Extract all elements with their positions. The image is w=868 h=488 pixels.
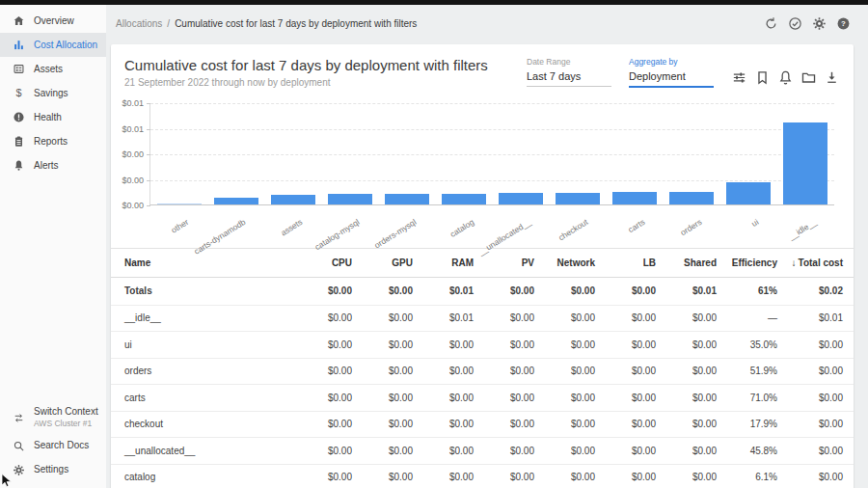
cell-pv: $0.00 [474, 366, 534, 376]
cell-efficiency: 71.0% [717, 393, 777, 403]
bar-unallocated[interactable] [499, 193, 543, 204]
bar-orders[interactable] [669, 192, 714, 204]
sidebar-item-health[interactable]: Health [0, 105, 106, 129]
cell-network: $0.00 [534, 285, 595, 296]
breadcrumb-allocations-link[interactable]: Allocations [116, 18, 162, 29]
cell-efficiency: 17.9% [717, 419, 777, 429]
table-row-catalog[interactable]: catalog$0.00$0.00$0.00$0.00$0.00$0.00$0.… [111, 464, 854, 488]
cell-cpu: $0.00 [291, 472, 352, 482]
sidebar-item-label: Savings [34, 88, 68, 98]
bar-carts[interactable] [612, 192, 657, 204]
column-header-total[interactable]: ↓Total cost [777, 258, 843, 268]
bar-carts-dynamodb[interactable] [214, 198, 258, 204]
sidebar-item-alerts[interactable]: Alerts [0, 153, 106, 177]
date-range-value[interactable]: Last 7 days [527, 70, 611, 87]
help-icon[interactable]: ? [836, 16, 851, 31]
tune-icon[interactable] [731, 69, 747, 86]
refresh-icon[interactable] [764, 16, 778, 31]
column-header-name[interactable]: Name [124, 258, 291, 268]
table-row-idle[interactable]: __idle__$0.00$0.00$0.01$0.00$0.00$0.00$0… [111, 305, 854, 332]
table-row-orders[interactable]: orders$0.00$0.00$0.00$0.00$0.00$0.00$0.0… [111, 358, 854, 385]
cell-ram: $0.00 [413, 446, 474, 456]
bar-catalog-mysql[interactable] [328, 194, 372, 204]
health-icon [13, 111, 25, 123]
cell-gpu: $0.00 [352, 339, 413, 350]
bar-checkout[interactable] [556, 193, 600, 204]
topbar-icons: ? [764, 16, 851, 31]
sidebar-item-savings[interactable]: $Savings [0, 81, 106, 105]
x-tick-label: catalog [448, 217, 475, 239]
bar-catalog[interactable] [442, 194, 486, 204]
x-tick-label: catalog-mysql [313, 217, 362, 252]
cell-ram: $0.00 [413, 419, 474, 429]
cell-name: orders [124, 366, 291, 376]
column-header-ram[interactable]: RAM [413, 258, 474, 268]
svg-text:?: ? [841, 19, 846, 28]
cell-shared: $0.00 [656, 446, 717, 456]
column-header-shared[interactable]: Shared [656, 258, 717, 268]
bar-idle[interactable] [783, 122, 827, 204]
download-icon[interactable] [824, 69, 840, 86]
sidebar-item-search-docs[interactable]: Search Docs [0, 434, 106, 458]
bell-outline-icon[interactable] [777, 69, 794, 86]
cell-total: $0.00 [777, 419, 843, 429]
cell-efficiency: 61% [717, 285, 777, 296]
table-row-ui[interactable]: ui$0.00$0.00$0.00$0.00$0.00$0.00$0.0035.… [111, 331, 854, 358]
bar-orders-mysql[interactable] [385, 194, 429, 204]
chart-x-axis-labels: othercarts-dynamodbassetscatalog-mysqlor… [149, 211, 834, 236]
table-row-unallocated[interactable]: __unallocated__$0.00$0.00$0.00$0.00$0.00… [111, 437, 854, 464]
gear-icon[interactable] [812, 16, 827, 31]
sidebar-item-reports[interactable]: Reports [0, 129, 106, 153]
y-tick-mark [147, 180, 150, 181]
cell-network: $0.00 [534, 419, 595, 429]
y-tick-mark [147, 103, 150, 104]
cell-efficiency: 6.1% [717, 472, 777, 482]
check-circle-icon[interactable] [788, 16, 802, 31]
gridline [150, 180, 834, 181]
sidebar-item-switch-context[interactable]: Switch ContextAWS Cluster #1 [0, 401, 106, 434]
folder-icon[interactable] [800, 69, 817, 86]
sidebar-item-label: Alerts [34, 160, 59, 171]
column-header-cpu[interactable]: CPU [291, 258, 352, 268]
sidebar-item-assets[interactable]: Assets [0, 57, 106, 81]
x-tick-label: orders [679, 217, 704, 237]
sidebar-item-overview[interactable]: Overview [0, 9, 106, 33]
cell-name: catalog [124, 472, 291, 482]
cell-network: $0.00 [534, 446, 595, 456]
cell-efficiency: 35.0% [717, 339, 777, 350]
y-tick-label: $0.00 [122, 201, 144, 210]
gridline [150, 129, 834, 130]
bar-ui[interactable] [726, 182, 771, 204]
reports-icon [13, 135, 25, 148]
column-header-efficiency[interactable]: Efficiency [717, 258, 777, 268]
cell-total: $0.00 [777, 366, 843, 376]
table-row-totals[interactable]: Totals$0.00$0.00$0.01$0.00$0.00$0.00$0.0… [111, 278, 854, 305]
aggregate-by-value[interactable]: Deployment [629, 70, 714, 88]
sort-desc-icon: ↓ [792, 258, 797, 268]
bookmark-icon[interactable] [754, 69, 771, 86]
column-header-pv[interactable]: PV [474, 258, 534, 268]
table-row-checkout[interactable]: checkout$0.00$0.00$0.00$0.00$0.00$0.00$0… [111, 411, 854, 438]
sidebar-item-settings[interactable]: Settings [0, 458, 106, 482]
table-row-carts[interactable]: carts$0.00$0.00$0.00$0.00$0.00$0.00$0.00… [111, 384, 854, 411]
svg-text:$: $ [15, 87, 21, 98]
bar-chart-icon [13, 39, 25, 51]
column-header-network[interactable]: Network [534, 258, 595, 268]
bar-assets[interactable] [271, 195, 315, 204]
column-header-lb[interactable]: LB [595, 258, 656, 268]
report-header: Cumulative cost for last 7 days by deplo… [111, 44, 854, 88]
cell-shared: $0.00 [656, 339, 717, 350]
sidebar: OverviewCost AllocationAssets$SavingsHea… [0, 5, 106, 488]
aggregate-by-field[interactable]: Aggregate by Deployment [629, 57, 714, 88]
column-header-gpu[interactable]: GPU [352, 258, 413, 268]
bar-other[interactable] [157, 203, 202, 205]
cell-efficiency: 45.8% [717, 446, 777, 456]
cell-lb: $0.00 [595, 393, 656, 403]
cell-network: $0.00 [534, 393, 595, 403]
date-range-field[interactable]: Date Range Last 7 days [527, 57, 611, 87]
cell-cpu: $0.00 [291, 312, 352, 323]
assets-icon [13, 63, 25, 75]
chart-plot-area: $0.00$0.00$0.00$0.01$0.01 [149, 103, 834, 205]
cell-shared: $0.00 [656, 366, 717, 376]
sidebar-item-cost-allocation[interactable]: Cost Allocation [0, 33, 106, 57]
